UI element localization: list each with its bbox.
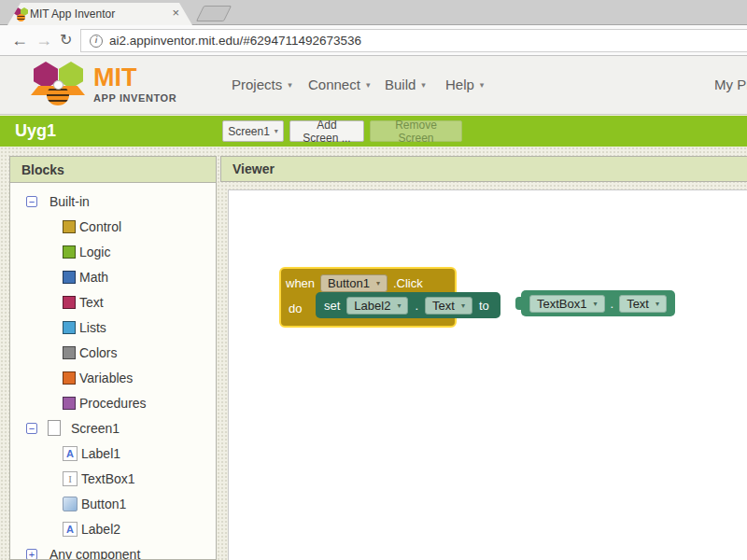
tree-item-colors[interactable]: Colors [10, 340, 216, 365]
menu-build[interactable]: Build▾ [385, 77, 426, 92]
procedures-color-swatch [63, 397, 76, 410]
label-icon: A [63, 522, 78, 537]
chevron-down-icon: ▾ [480, 80, 485, 90]
chevron-down-icon: ▾ [376, 279, 380, 287]
property-dropdown[interactable]: Text ▾ [425, 297, 472, 315]
back-icon[interactable]: ← [11, 29, 28, 51]
dot-separator: . [611, 297, 614, 311]
label-icon: A [63, 446, 78, 461]
menu-my-projects[interactable]: My Pro [714, 77, 747, 92]
app-inventor-favicon [14, 7, 29, 22]
chevron-down-icon: ▾ [593, 300, 597, 308]
component-dropdown[interactable]: Label2 ▾ [346, 297, 408, 315]
button-icon [63, 497, 78, 511]
logic-color-swatch [63, 245, 76, 259]
new-tab-button[interactable] [196, 6, 232, 21]
dot-separator: . [415, 299, 418, 313]
set-keyword: set [324, 299, 340, 313]
property-dropdown[interactable]: Text ▾ [619, 295, 667, 313]
favicon-bee [17, 14, 25, 21]
variables-color-swatch [63, 371, 76, 385]
textbox-icon: I [63, 471, 78, 486]
workspace: Blocks − Built-in Control Logic Math [0, 147, 747, 560]
tree-item-text[interactable]: Text [10, 289, 216, 315]
browser-tab[interactable]: MIT App Inventor × [7, 3, 192, 25]
tree-item-textbox1[interactable]: I TextBox1 [10, 466, 216, 491]
expand-icon[interactable]: + [26, 549, 37, 560]
project-bar: Uyg1 Screen1 ▾ Add Screen ... Remove Scr… [0, 116, 747, 147]
chevron-down-icon: ▾ [366, 80, 371, 90]
viewer-panel-title: Viewer [220, 156, 747, 182]
tree-item-procedures[interactable]: Procedures [10, 390, 216, 415]
menu-connect[interactable]: Connect▾ [308, 77, 370, 92]
menu-help[interactable]: Help▾ [445, 77, 484, 92]
component-dropdown[interactable]: Button1 ▾ [320, 274, 388, 292]
chevron-down-icon: ▾ [275, 127, 278, 135]
text-color-swatch [63, 296, 76, 309]
screen-icon [48, 420, 61, 436]
collapse-icon[interactable]: − [26, 423, 37, 434]
screen-selector-button[interactable]: Screen1 ▾ [222, 120, 284, 142]
when-keyword: when [286, 276, 315, 290]
chevron-down-icon: ▾ [461, 301, 465, 310]
tree-item-label1[interactable]: A Label1 [10, 441, 216, 466]
blocks-canvas[interactable]: when Button1 ▾ .Click do set Label2 ▾ . [228, 189, 747, 560]
tree-node-screen1[interactable]: − Screen1 [10, 415, 216, 441]
component-dropdown[interactable]: TextBox1 ▾ [529, 295, 605, 313]
set-label2-text-block[interactable]: set Label2 ▾ . Text ▾ to [316, 292, 500, 318]
tree-item-variables[interactable]: Variables [10, 365, 216, 390]
event-name: .Click [393, 276, 423, 290]
tree-node-builtin[interactable]: − Built-in [10, 189, 216, 214]
forward-icon: → [35, 29, 52, 51]
app-header: MIT APP INVENTOR Projects▾ Connect▾ Buil… [0, 56, 747, 115]
tab-close-icon[interactable]: × [172, 7, 179, 20]
blocks-panel-title: Blocks [10, 157, 216, 183]
to-keyword: to [479, 299, 489, 313]
remove-screen-button: Remove Screen [370, 120, 462, 142]
chevron-down-icon: ▾ [655, 300, 659, 308]
url-bar[interactable]: i ai2.appinventor.mit.edu/#6294711492673… [80, 29, 747, 52]
chevron-down-icon: ▾ [421, 80, 426, 90]
textbox1-text-getter-block[interactable]: TextBox1 ▾ . Text ▾ [521, 290, 675, 316]
brand-app-inventor: APP INVENTOR [93, 92, 176, 104]
url-text[interactable]: ai2.appinventor.mit.edu/#629471149267353… [109, 34, 361, 48]
add-screen-button[interactable]: Add Screen ... [289, 120, 364, 142]
browser-tabstrip: MIT App Inventor × [0, 0, 747, 25]
collapse-icon[interactable]: − [26, 196, 37, 207]
tree-item-math[interactable]: Math [10, 264, 216, 289]
block-plug [515, 297, 524, 310]
chevron-down-icon: ▾ [397, 301, 401, 310]
logo-bee-head [53, 80, 63, 90]
tree-item-control[interactable]: Control [10, 214, 216, 239]
chevron-down-icon: ▾ [288, 80, 292, 90]
brand-mit: MIT [93, 63, 137, 92]
control-color-swatch [63, 220, 76, 233]
math-color-swatch [63, 271, 76, 284]
tree-item-button1[interactable]: Button1 [10, 491, 216, 516]
tree-item-lists[interactable]: Lists [10, 315, 216, 340]
when-block-header: when Button1 ▾ .Click [286, 272, 450, 294]
app-inventor-logo [28, 61, 88, 109]
page-info-icon[interactable]: i [90, 35, 103, 48]
tree-item-logic[interactable]: Logic [10, 239, 216, 264]
reload-icon[interactable]: ↻ [60, 29, 72, 51]
tree-node-any-component[interactable]: + Any component [10, 541, 216, 560]
app-inventor-blocks-editor: MIT App Inventor × ← → ↻ i ai2.appinvent… [0, 0, 747, 560]
blocks-panel: Blocks − Built-in Control Logic Math [9, 156, 217, 560]
menu-projects[interactable]: Projects▾ [232, 77, 292, 92]
lists-color-swatch [63, 321, 76, 334]
project-name: Uyg1 [15, 116, 56, 147]
tree-item-label2[interactable]: A Label2 [10, 516, 216, 541]
colors-color-swatch [63, 346, 76, 359]
tab-title: MIT App Inventor [30, 7, 115, 21]
blocks-tree: − Built-in Control Logic Math Tex [10, 183, 216, 560]
browser-toolbar: ← → ↻ i ai2.appinventor.mit.edu/#6294711… [0, 25, 747, 56]
